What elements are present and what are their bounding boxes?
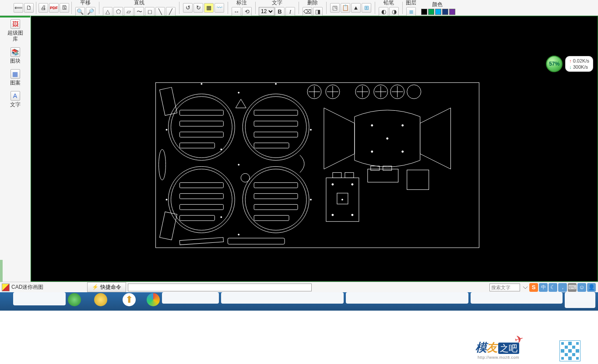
curve-button[interactable]: 〰	[215, 3, 224, 13]
svg-rect-14	[254, 121, 298, 126]
polyline-button[interactable]: 〜	[134, 7, 144, 17]
svg-rect-24	[254, 215, 289, 220]
svg-rect-15	[254, 132, 298, 137]
watermark-mo: 模	[475, 341, 486, 354]
copy-button[interactable]: ◳	[330, 3, 340, 13]
text-group: 文字 891011121416182024 B I	[259, 0, 295, 17]
color-swatch[interactable]	[421, 9, 427, 15]
sidebar-item[interactable]: ▦图案	[7, 69, 24, 86]
ime-chinese-icon[interactable]: 中	[539, 283, 548, 292]
svg-rect-50	[345, 172, 354, 178]
eraser-button[interactable]: ◨	[313, 7, 323, 17]
annotate-label: 标注	[236, 0, 247, 7]
ime-keyboard-icon[interactable]: ⌨	[568, 283, 577, 292]
canvas-container: 57% 0.02K/s 300K/s	[31, 16, 598, 282]
italic-button[interactable]: I	[285, 7, 295, 17]
rotate-ccw-button[interactable]: ↺	[183, 3, 193, 13]
cad-canvas[interactable]	[31, 16, 598, 282]
mirror-button[interactable]: ▲	[351, 3, 361, 13]
svg-rect-55	[337, 193, 348, 204]
search-text-input[interactable]	[489, 284, 520, 291]
color-swatch[interactable]	[442, 9, 448, 15]
svg-point-45	[402, 151, 404, 153]
main-toolbar: ⟸ 🗋 🖨 PDF 🖻 平移 🔍 🔎 直线 △ ⬠ ▱ 〜 ◻ ╲ ╱ ↺ ↻ …	[0, 0, 598, 16]
zoom-in-button[interactable]: 🔍	[75, 7, 85, 17]
svg-point-67	[275, 83, 277, 84]
layer-group: 图层 ≣	[406, 0, 416, 17]
svg-point-62	[221, 217, 222, 218]
sidebar-item-label: 图案	[7, 80, 24, 86]
svg-point-65	[238, 234, 239, 235]
delete-group: 删除 ⌫ ◨	[302, 0, 323, 17]
quick-command-button[interactable]: ⚡ 快捷命令	[87, 282, 126, 292]
highlight-button[interactable]: ▦	[204, 3, 214, 13]
app-name-label: CAD迷你画图	[11, 284, 43, 291]
svg-point-7	[243, 166, 309, 233]
sidebar-item[interactable]: 📚图块	[7, 47, 24, 64]
color-swatch[interactable]	[435, 9, 441, 15]
diag1-button[interactable]: ╲	[155, 7, 165, 17]
search-dropdown-icon[interactable]	[522, 284, 529, 291]
watermark-you: 友	[486, 341, 497, 354]
ime-user-icon[interactable]: 👤	[587, 283, 596, 292]
svg-rect-9	[179, 110, 223, 116]
ime-sogou-icon[interactable]: S	[529, 283, 538, 292]
pentagon-button[interactable]: ⬠	[113, 7, 123, 17]
ime-punct-icon[interactable]: ，	[558, 283, 567, 292]
svg-point-4	[245, 97, 306, 158]
angle-dim-button[interactable]: ⟲	[242, 7, 252, 17]
svg-point-66	[201, 83, 202, 84]
svg-rect-13	[254, 110, 298, 116]
color-swatch[interactable]	[449, 9, 455, 15]
svg-point-63	[238, 92, 239, 93]
main-area: 🖼超级图库📚图块▦图案A文字 57% 0.02K/s 300K/s	[0, 16, 598, 282]
new-file-button[interactable]: 🗋	[24, 3, 34, 13]
triangle-button[interactable]: △	[103, 7, 113, 17]
lightning-icon: ⚡	[92, 284, 98, 290]
ime-moon-icon[interactable]: ☾	[549, 283, 557, 292]
color-swatch[interactable]	[428, 9, 434, 15]
svg-point-70	[166, 199, 167, 200]
shape-button[interactable]: ◻	[145, 7, 155, 17]
layer-label: 图层	[406, 0, 416, 7]
sidebar-item[interactable]: 🖼超级图库	[7, 19, 24, 42]
sketch2-button[interactable]: ◑	[389, 7, 399, 17]
sketch1-button[interactable]: ◐	[379, 7, 388, 17]
sidebar-item-icon: 🖼	[11, 19, 20, 29]
dimension-button[interactable]: ↔	[232, 7, 241, 17]
watermark-url: http://www.moz8.com	[475, 355, 519, 360]
diag2-button[interactable]: ╱	[166, 7, 176, 17]
svg-point-68	[166, 129, 167, 130]
rotate-cw-button[interactable]: ↻	[193, 3, 203, 13]
export-image-button[interactable]: 🖻	[60, 3, 69, 13]
annotate-group: 标注 ↔ ⟲	[231, 0, 252, 17]
command-input[interactable]	[128, 284, 312, 291]
svg-point-3	[243, 94, 309, 161]
svg-point-52	[352, 183, 353, 185]
bold-button[interactable]: B	[275, 7, 285, 17]
zoom-out-button[interactable]: 🔎	[86, 7, 95, 17]
paste-button[interactable]: 📋	[341, 3, 350, 13]
layers-button[interactable]: ≣	[406, 7, 416, 17]
array-button[interactable]: ⊞	[362, 3, 371, 13]
export-pdf-button[interactable]: PDF	[49, 3, 59, 13]
svg-rect-12	[179, 143, 215, 148]
svg-rect-21	[254, 182, 298, 188]
svg-rect-19	[179, 204, 223, 210]
watermark-zhi: 之吧	[498, 343, 519, 354]
svg-rect-20	[179, 215, 215, 220]
ime-emoji-icon[interactable]: ☺	[577, 283, 586, 292]
color-label: 颜色	[432, 1, 443, 8]
svg-point-44	[371, 151, 373, 153]
nav-back-button[interactable]: ⟸	[14, 3, 23, 13]
print-button[interactable]: 🖨	[39, 3, 48, 13]
svg-point-42	[371, 125, 373, 126]
rect-button[interactable]: ▱	[124, 7, 134, 17]
font-size-select[interactable]: 891011121416182024	[259, 7, 274, 16]
svg-rect-0	[156, 83, 479, 248]
sidebar-item-icon: A	[11, 91, 20, 101]
app-logo-icon	[2, 284, 10, 291]
erase-button[interactable]: ⌫	[303, 7, 312, 17]
svg-point-69	[310, 129, 311, 130]
sidebar-item[interactable]: A文字	[7, 91, 24, 108]
